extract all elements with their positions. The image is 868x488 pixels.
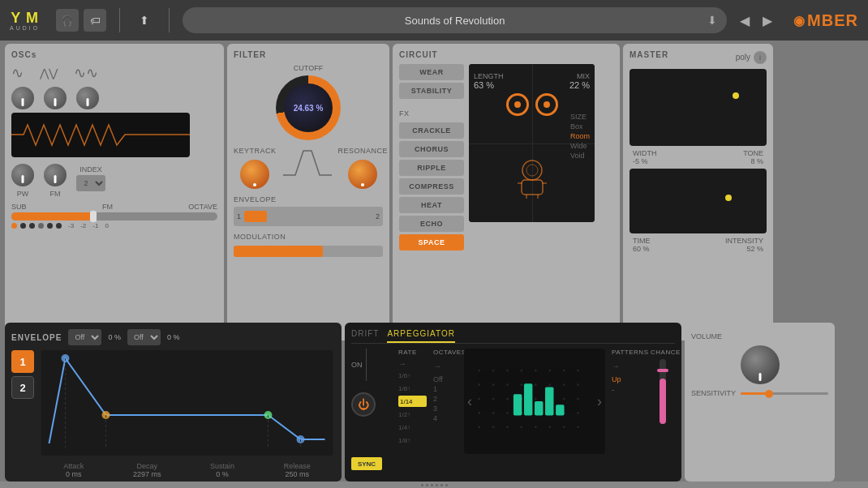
- top-bar: Y M AUDIO 🎧 🏷 ⬆ Sounds of Revolution ⬇ ◀…: [0, 0, 868, 41]
- env-num-buttons: 1 2: [11, 350, 34, 464]
- keytrack-label: KEYTRACK: [234, 147, 277, 155]
- arp-tab[interactable]: ARPEGGIATOR: [387, 329, 454, 343]
- svg-rect-29: [548, 383, 551, 386]
- osc-dot-5[interactable]: [47, 223, 53, 229]
- ripple-btn[interactable]: RIPPLE: [399, 160, 464, 176]
- envelope-dropdown-1[interactable]: OffOn: [68, 329, 101, 345]
- size-room[interactable]: Room: [570, 132, 590, 140]
- pw-knob[interactable]: [11, 164, 34, 186]
- modulation-bar[interactable]: [234, 246, 383, 257]
- echo-btn[interactable]: ECHO: [399, 216, 464, 232]
- headphone-icon[interactable]: 🎧: [56, 9, 79, 32]
- fm-knob[interactable]: [44, 164, 67, 186]
- fm-knob-group: FM: [44, 164, 67, 198]
- svg-rect-41: [492, 412, 495, 414]
- master-display-1[interactable]: [630, 69, 767, 146]
- osc-knob-1[interactable]: [11, 87, 34, 109]
- sync-button[interactable]: SYNC: [351, 457, 382, 470]
- width-tone-labels: WIDTH -5 % TONE 8 %: [630, 149, 767, 165]
- env-orange-block[interactable]: [244, 211, 267, 222]
- envelope-section-label: ENVELOPE: [234, 195, 383, 203]
- sub-label: SUB: [11, 203, 27, 211]
- osc-knob-3[interactable]: [76, 87, 99, 109]
- resonance-knob[interactable]: [348, 160, 377, 189]
- stability-btn[interactable]: STABILITY: [399, 83, 464, 99]
- size-list: SIZE Box Room Wide Void: [570, 113, 590, 160]
- osc-dot-6[interactable]: [56, 223, 62, 229]
- keytrack-knob[interactable]: [240, 160, 269, 189]
- rate-1-4[interactable]: 1/4↑: [398, 422, 427, 433]
- logo-ym: Y M: [11, 11, 39, 25]
- osc-knob-2[interactable]: [44, 87, 67, 109]
- osc-dot-4[interactable]: [38, 223, 44, 229]
- crackle-btn[interactable]: CRACKLE: [399, 122, 464, 139]
- scroller-dots: [0, 482, 868, 488]
- oct-1[interactable]: 1: [433, 385, 458, 393]
- size-box[interactable]: Box: [570, 122, 590, 131]
- envelope-title: ENVELOPE: [11, 333, 62, 342]
- sub-slider[interactable]: [11, 212, 217, 220]
- sensitivity-slider[interactable]: [741, 392, 828, 395]
- share-icon[interactable]: ⬆: [133, 9, 156, 32]
- oct-off[interactable]: Off: [433, 375, 458, 383]
- compress-btn[interactable]: COMPRESS: [399, 178, 464, 195]
- envelope-dropdown-2[interactable]: OffOn: [127, 329, 161, 345]
- patterns-arrow: →: [612, 362, 620, 370]
- arp-power-button[interactable]: ⏻: [351, 392, 376, 417]
- rate-1-6[interactable]: 1/6↑: [398, 370, 427, 381]
- volume-knob[interactable]: [741, 345, 780, 384]
- oct-3[interactable]: 3: [433, 405, 458, 413]
- tag-icon[interactable]: 🏷: [84, 9, 106, 32]
- rate-1-2[interactable]: 1/2↑: [398, 409, 427, 420]
- space-btn[interactable]: SPACE: [399, 234, 464, 250]
- envelope-bar[interactable]: 1 2: [234, 207, 383, 226]
- envelope-percent-1: 0 %: [108, 333, 121, 341]
- master-display-2[interactable]: [630, 169, 767, 233]
- arp-main-display[interactable]: ‹ ›: [464, 349, 605, 454]
- env-btn-1[interactable]: 1: [11, 350, 34, 373]
- arp-content: ON ⏻ SYNC RATE → 1/6↑ 1/8↑ 1/14 1/2↑ 1/4…: [351, 349, 675, 470]
- arp-left-controls: ON ⏻ SYNC: [351, 349, 392, 470]
- nav-arrows: ◀ ▶: [735, 11, 777, 30]
- nav-forward[interactable]: ▶: [758, 11, 777, 30]
- heat-btn[interactable]: HEAT: [399, 197, 464, 213]
- divider2: [169, 8, 170, 32]
- knob-group-1: [11, 87, 34, 109]
- svg-rect-47: [577, 412, 579, 414]
- oct-4[interactable]: 4: [433, 414, 458, 422]
- tape-reel-1: [506, 93, 529, 116]
- arp-nav-right[interactable]: ›: [597, 393, 602, 410]
- chorus-btn[interactable]: CHORUS: [399, 141, 464, 157]
- oct-2[interactable]: 2: [433, 395, 458, 403]
- svg-rect-7: [41, 350, 333, 456]
- sensitivity-label: SENSITIVITY: [691, 389, 736, 397]
- preset-bar[interactable]: Sounds of Revolution ⬇: [183, 7, 727, 33]
- waveform-3[interactable]: ∿∿: [74, 64, 98, 82]
- nav-back[interactable]: ◀: [735, 11, 754, 30]
- svg-rect-34: [506, 398, 509, 400]
- osc-dot-3[interactable]: [29, 223, 35, 229]
- rate-1-8b[interactable]: 1/8↑: [398, 434, 427, 446]
- info-icon[interactable]: i: [754, 51, 767, 64]
- cutoff-label: CUTOFF: [234, 64, 383, 72]
- chance-slider[interactable]: [660, 359, 666, 424]
- cutoff-knob[interactable]: 24.63 %: [276, 75, 341, 140]
- wear-btn[interactable]: WEAR: [399, 64, 464, 80]
- scale-2: -2: [80, 222, 86, 229]
- rate-1-8[interactable]: 1/8↑: [398, 383, 427, 394]
- download-icon[interactable]: ⬇: [707, 14, 717, 27]
- size-void[interactable]: Void: [570, 152, 590, 160]
- env-btn-2[interactable]: 2: [11, 376, 34, 399]
- size-wide[interactable]: Wide: [570, 142, 590, 150]
- patterns-value[interactable]: Up: [612, 375, 644, 383]
- osc-dot-1[interactable]: [11, 223, 17, 229]
- waveform-2[interactable]: ⋀⋁: [40, 66, 58, 79]
- rate-1-14[interactable]: 1/14: [398, 396, 427, 407]
- index-select[interactable]: 213: [76, 175, 105, 191]
- waveform-1[interactable]: ∿: [11, 64, 24, 82]
- osc-dot-2[interactable]: [20, 223, 26, 229]
- env-2-label: 2: [376, 212, 380, 220]
- arp-nav-left[interactable]: ‹: [467, 393, 472, 410]
- envelope-header: ENVELOPE OffOn 0 % OffOn 0 %: [11, 329, 335, 345]
- drift-tab[interactable]: DRIFT: [351, 329, 379, 343]
